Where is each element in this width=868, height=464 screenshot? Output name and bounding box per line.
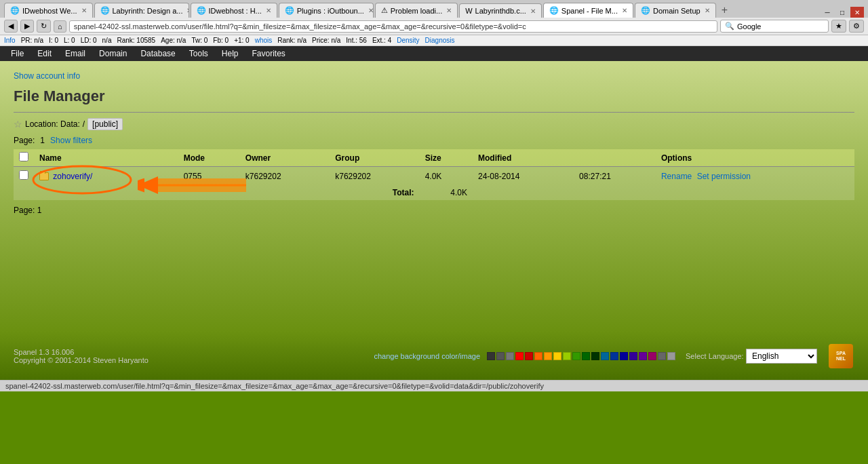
info-bar: Info PR: n/a I: 0 L: 0 LD: 0 n/a Rank: 1… [0, 35, 868, 46]
swatch-9[interactable] [563, 352, 571, 360]
title-divider [14, 112, 854, 113]
browser-frame: 🌐 IDwebhost We... ✕ 🌐 Labyrinth: Design … [0, 0, 868, 61]
bookmark-button[interactable]: ★ [831, 20, 846, 33]
row-size-cell: 4.0K [420, 167, 473, 186]
back-button[interactable]: ◀ [4, 20, 18, 33]
swatch-11[interactable] [582, 352, 590, 360]
tab-5-label: Problem loadi... [391, 7, 442, 15]
tab-7[interactable]: 🌐 Spanel - File M... ✕ [543, 3, 633, 18]
select-all-checkbox[interactable] [19, 152, 28, 161]
file-link[interactable]: zohoverify/ [53, 172, 92, 181]
row-name-cell: zohoverify/ [34, 167, 157, 186]
page-bottom-num: 1 [37, 206, 42, 215]
tab-7-close[interactable]: ✕ [622, 7, 627, 14]
whois-link[interactable]: whois [255, 37, 273, 44]
tab-3-favicon: 🌐 [197, 6, 206, 15]
row-group-cell: k7629202 [330, 167, 419, 186]
swatch-16[interactable] [629, 352, 637, 360]
menu-database[interactable]: Database [134, 46, 182, 61]
show-filters-link[interactable]: Show filters [50, 136, 92, 145]
tab-4-close[interactable]: ✕ [368, 7, 374, 14]
swatch-8[interactable] [553, 352, 561, 360]
menu-file[interactable]: File [4, 46, 31, 61]
search-bar[interactable]: 🔍 Google [720, 20, 829, 33]
tab-3[interactable]: 🌐 IDwebhost : H... ✕ [191, 3, 277, 18]
swatch-19[interactable] [658, 352, 666, 360]
swatch-18[interactable] [648, 352, 656, 360]
forward-button[interactable]: ▶ [20, 20, 34, 33]
l-label: L: 0 [64, 37, 75, 44]
main-content: Show account info File Manager ☆ Locatio… [0, 61, 868, 332]
rename-link[interactable]: Rename [661, 172, 692, 181]
swatch-20[interactable] [667, 352, 675, 360]
tab-6[interactable]: W Labyrinthdb.c... ✕ [459, 3, 542, 18]
swatch-14[interactable] [610, 352, 618, 360]
table-row: zohoverify/ [14, 167, 854, 186]
tab-5[interactable]: ⚠ Problem loadi... ✕ [375, 3, 458, 18]
row-checkbox[interactable] [19, 170, 28, 180]
menu-bar: File Edit Email Domain Database Tools He… [0, 46, 868, 61]
swatch-15[interactable] [620, 352, 628, 360]
info-link[interactable]: Info [4, 37, 16, 44]
menu-favorites[interactable]: Favorites [245, 46, 292, 61]
menu-domain[interactable]: Domain [92, 46, 134, 61]
na-label: n/a [102, 37, 112, 44]
location-separator: / [83, 119, 85, 129]
minimize-button[interactable]: ─ [821, 7, 834, 18]
tab-3-close[interactable]: ✕ [266, 7, 271, 14]
close-button[interactable]: ✕ [850, 7, 864, 18]
swatch-10[interactable] [572, 352, 580, 360]
annotated-folder: zohoverify/ [39, 172, 92, 181]
col-group: Group [330, 149, 419, 167]
menu-help[interactable]: Help [215, 46, 245, 61]
address-bar[interactable]: spanel-42402-ssl.masterweb.com/user/file… [69, 20, 717, 33]
swatch-7[interactable] [544, 352, 552, 360]
menu-edit[interactable]: Edit [31, 46, 58, 61]
row-spacer-cell [157, 167, 178, 186]
gp-info: +1: 0 [234, 37, 250, 44]
menu-email[interactable]: Email [58, 46, 92, 61]
density-link[interactable]: Density [397, 37, 419, 44]
swatch-12[interactable] [591, 352, 599, 360]
location-public[interactable]: [public] [87, 118, 123, 130]
col-time [574, 149, 656, 167]
change-bg-link[interactable]: change background color/image [374, 352, 480, 360]
swatch-3[interactable] [506, 352, 514, 360]
total-spacer [473, 185, 854, 200]
swatch-5[interactable] [525, 352, 533, 360]
refresh-button[interactable]: ↻ [37, 20, 51, 33]
swatch-17[interactable] [639, 352, 647, 360]
tab-6-close[interactable]: ✕ [530, 7, 536, 15]
tab-2[interactable]: 🌐 Labyrinth: Design a... ✕ [94, 3, 189, 18]
row-checkbox-cell [14, 167, 34, 186]
swatch-2[interactable] [496, 352, 505, 360]
swatch-6[interactable] [534, 352, 542, 360]
price-info: Price: n/a [312, 37, 340, 44]
menu-tools[interactable]: Tools [182, 46, 215, 61]
tab-1[interactable]: 🌐 IDwebhost We... ✕ [4, 3, 93, 18]
language-select[interactable]: English Indonesian Chinese [746, 349, 817, 364]
tab-4[interactable]: 🌐 Plugins : iOutboun... ✕ [279, 3, 374, 18]
tab-3-label: IDwebhost : H... [209, 7, 262, 15]
rank2-info: Rank: n/a [277, 37, 307, 44]
window-controls: ─ □ ✕ [821, 7, 864, 18]
tab-2-close[interactable]: ✕ [186, 7, 189, 14]
tab-8-close[interactable]: ✕ [705, 7, 710, 14]
maximize-button[interactable]: □ [835, 7, 849, 18]
ld-info: LD: 0 [81, 37, 97, 44]
swatch-13[interactable] [601, 352, 609, 360]
select-language-label: Select Language: [686, 352, 744, 360]
swatch-1[interactable] [487, 352, 495, 360]
tab-4-favicon: 🌐 [285, 6, 294, 15]
tab-1-close[interactable]: ✕ [81, 7, 87, 14]
show-account-info-link[interactable]: Show account info [14, 71, 854, 81]
tab-8[interactable]: 🌐 Domain Setup ✕ [635, 3, 716, 18]
rank-info: Rank: 10585 [117, 37, 155, 44]
new-tab-button[interactable]: + [717, 3, 732, 18]
tab-5-close[interactable]: ✕ [446, 7, 452, 14]
home-button[interactable]: ⌂ [54, 20, 66, 33]
settings-button[interactable]: ⚙ [849, 20, 864, 33]
set-permission-link[interactable]: Set permission [697, 172, 751, 181]
diagnosis-link[interactable]: Diagnosis [425, 37, 455, 44]
swatch-4[interactable] [515, 352, 524, 360]
